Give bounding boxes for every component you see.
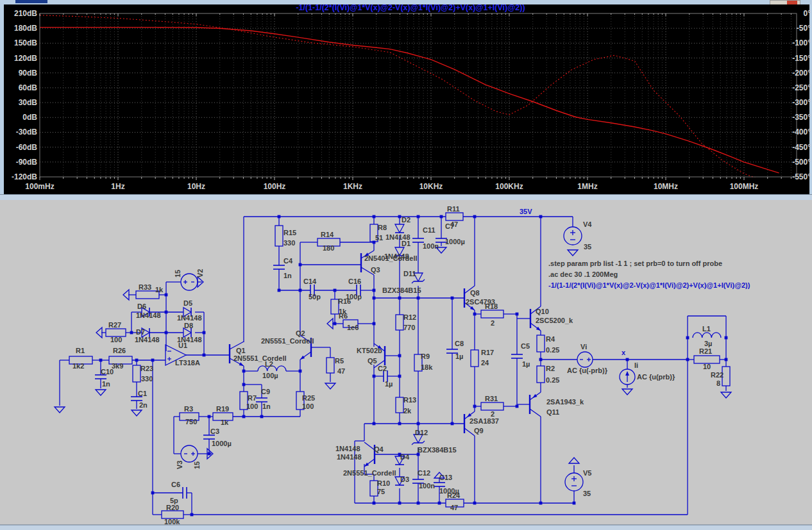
x-tick-label: 1MHz [577, 182, 597, 191]
trace-title[interactable]: -1/(1-1/(2*(I(Vi)@1*V(x)@2-V(x)@1*I(Vi)@… [296, 3, 525, 12]
schematic-label: Q2 [296, 329, 305, 337]
schematic-label: 1µ [455, 352, 463, 360]
y-right-tick-label: -550° [792, 172, 811, 181]
schematic-label: 2 [491, 319, 495, 327]
schematic-label: 47 [450, 220, 458, 228]
spice-directive: .step param prb list -1 1 ; set prb=0 to… [548, 260, 722, 267]
schematic-label: D2 [402, 216, 410, 224]
schematic-label: Q10 [536, 308, 549, 315]
y-right-tick-label: -250° [792, 83, 811, 92]
schematic-label: C10 [101, 368, 114, 376]
schematic-label: R6 [339, 312, 348, 320]
schematic-label: Q5 [368, 357, 377, 365]
x-tick-label: 10KHz [419, 182, 443, 191]
schematic-label: D7 [136, 328, 145, 336]
x-tick-label: 1Hz [111, 182, 124, 191]
schematic-label: 0.25 [546, 346, 559, 354]
schematic-label: 10 [703, 363, 711, 370]
schematic-label: 35 [583, 490, 591, 497]
schematic-label: D11 [403, 270, 416, 277]
schematic-label: C4 [283, 257, 293, 265]
schematic-label: R18 [485, 302, 498, 310]
schematic-label: 2SA1943_k [546, 398, 584, 406]
schematic-label: 2k [403, 407, 412, 415]
spice-directive: .ac dec 30 .1 200Meg [548, 270, 618, 278]
schematic-label: R22 [711, 371, 723, 379]
schematic-label: 750 [185, 418, 197, 426]
schematic-label: 47 [450, 504, 458, 511]
y-right-tick-label: 0° [804, 9, 811, 18]
schematic-label: 330 [283, 239, 295, 247]
y-right-tick-label: -500° [792, 158, 811, 167]
schematic-label: 100k [164, 518, 180, 526]
y-right-tick-label: -450° [792, 143, 811, 152]
schematic-label: 1n [262, 402, 271, 410]
schematic-label: R20 [166, 504, 179, 511]
schematic-label: 1N4148 [337, 453, 362, 461]
schematic-label: 100 [246, 402, 258, 410]
schematic-label: R31 [485, 395, 498, 402]
schematic-label: 1e6 [347, 324, 359, 331]
schematic-label: V2 [196, 269, 204, 277]
schematic-label: 1N4148 [335, 445, 360, 452]
schematic-label: R25 [302, 394, 315, 402]
schematic-label: 47 [337, 367, 345, 375]
y-right-tick-label: -350° [792, 113, 811, 122]
schematic-label: 1N4148 [135, 336, 160, 344]
schematic-label: 8 [716, 379, 720, 387]
y-right-tick-label: -200° [792, 69, 811, 78]
schematic-label: 1000µ [212, 440, 232, 447]
waveform-pane[interactable]: 210dB180dB150dB120dB90dB60dB30dB0dB-30dB… [0, 0, 812, 196]
schematic-label: 1k2 [72, 362, 84, 370]
schematic-label: 1000µ [445, 238, 465, 245]
x-tick-label: 100Hz [264, 182, 286, 191]
schematic-label: V3 [176, 461, 183, 469]
schematic-label: R13 [403, 396, 416, 404]
y-left-tick-label: 210dB [14, 9, 37, 18]
schematic-label: 2n [139, 401, 148, 409]
schematic-label: V4 [583, 220, 592, 228]
schematic-label: 35 [584, 243, 591, 251]
schematic-label: Q1 [236, 347, 246, 354]
schematic-label: C8 [455, 340, 464, 347]
schematic-label: LT318A [175, 359, 200, 367]
schematic-label: C16 [348, 277, 361, 285]
schematic-label: R24 [447, 492, 461, 499]
schematic-label: 1n [283, 272, 292, 279]
schematic-label: 180 [323, 244, 334, 252]
schematic-label: D12 [415, 429, 428, 436]
schematic-label: 100 [302, 402, 314, 410]
schematic-label: R17 [481, 349, 494, 356]
ltspice-window: 210dB180dB150dB120dB90dB60dB30dB0dB-30dB… [0, 0, 812, 530]
y-left-tick-label: -30dB [16, 128, 38, 137]
schematic-label: 770 [403, 324, 415, 331]
schematic-label: 100 [110, 336, 122, 344]
schematic-pane[interactable]: R15330C41nR14180R851D21N4148D11N41482N54… [0, 200, 812, 530]
schematic-label: 1k [221, 418, 229, 426]
schematic-label: 15 [193, 461, 201, 469]
schematic-label: 75 [377, 488, 385, 495]
schematic-label: V5 [583, 469, 591, 477]
schematic-label: R15 [283, 229, 296, 236]
x-tick-label: 100mHz [25, 182, 54, 191]
schematic-label: C6 [171, 481, 180, 488]
schematic-label: 18k [421, 363, 433, 371]
x-tick-label: 10Hz [187, 182, 205, 191]
y-left-tick-label: -60dB [16, 143, 38, 152]
schematic-label: D6 [137, 302, 146, 310]
schematic-label: R1 [76, 347, 85, 354]
schematic-label: 100µ [262, 372, 278, 379]
schematic-label: 2SC5200_k [536, 317, 573, 324]
y-left-tick-label: -90dB [16, 158, 38, 167]
x-tick-label: 1KHz [343, 182, 362, 191]
schematic-label: 5p [170, 497, 178, 504]
bottom-edge [0, 525, 812, 530]
y-left-tick-label: 150dB [14, 38, 37, 47]
schematic-label: R8 [378, 224, 387, 231]
schematic-label: R21 [699, 347, 712, 355]
y-left-tick-label: 0dB [22, 113, 37, 122]
schematic-label: 100n [419, 482, 435, 490]
schematic-label: 50p [309, 293, 321, 301]
schematic-label: R4 [546, 335, 555, 343]
schematic-label: R5 [335, 357, 344, 365]
